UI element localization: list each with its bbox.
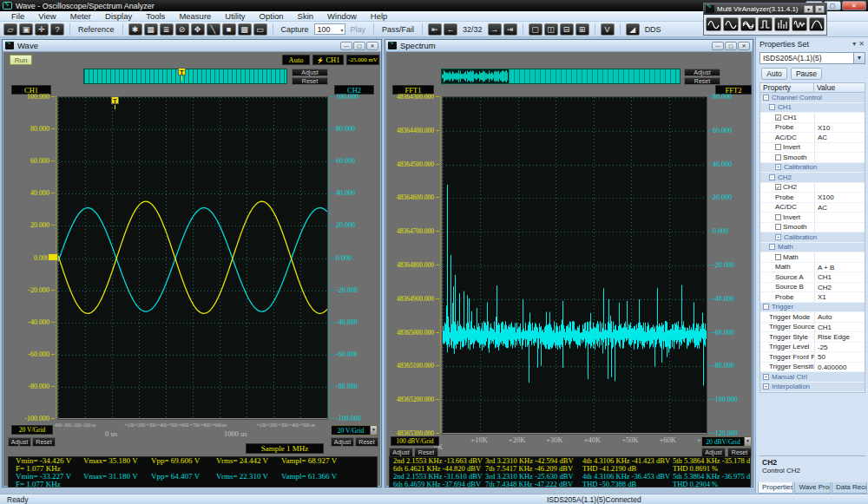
close-button[interactable]: ✕ bbox=[842, 1, 866, 10]
menu-measure[interactable]: Measure bbox=[173, 11, 217, 21]
property-value[interactable] bbox=[814, 143, 865, 153]
property-value[interactable]: -25 bbox=[814, 343, 865, 352]
grid-view-icon[interactable]: ▦ bbox=[144, 23, 158, 36]
property-value[interactable]: X1 bbox=[814, 292, 865, 302]
capture-count-input[interactable]: 100 bbox=[314, 23, 345, 35]
property-row-trigger-front-p-[interactable]: Trigger Front P...50 bbox=[760, 352, 865, 363]
cascade-icon[interactable]: ▢ bbox=[529, 23, 542, 36]
trigger-level-handle[interactable] bbox=[48, 253, 58, 261]
property-row-ch1[interactable]: -CH1 bbox=[760, 103, 865, 114]
erase-icon[interactable]: ⊘ bbox=[175, 23, 189, 36]
property-row-math[interactable]: -Math bbox=[760, 243, 865, 253]
square-wave-icon[interactable] bbox=[758, 17, 773, 31]
run-button[interactable]: Run bbox=[10, 55, 32, 65]
help-icon[interactable]: ? bbox=[50, 23, 64, 36]
next-icon[interactable]: → bbox=[488, 23, 502, 36]
menu-skin[interactable]: Skin bbox=[292, 11, 319, 21]
menu-view[interactable]: View bbox=[32, 11, 62, 21]
chevron-down-icon[interactable]: ▼ bbox=[853, 53, 865, 63]
property-row-trigger-sensiti-[interactable]: Trigger Sensiti...0.400000 bbox=[760, 363, 865, 373]
property-row-trigger-mode[interactable]: Trigger ModeAuto bbox=[760, 312, 865, 323]
sweep-sine-icon[interactable] bbox=[792, 17, 807, 31]
open-icon[interactable]: ▱ bbox=[3, 23, 17, 36]
property-row-smooth[interactable]: Smooth bbox=[760, 223, 865, 233]
ch1-volts-per-grid[interactable]: 20 V/Grid bbox=[11, 425, 53, 435]
dds-button[interactable]: DDS bbox=[642, 25, 664, 34]
menu-meter[interactable]: Meter bbox=[64, 11, 97, 21]
arrange-icons-icon[interactable]: ⊞ bbox=[575, 23, 589, 36]
chevron-down-icon[interactable]: ▼ bbox=[370, 426, 377, 435]
spectrum-minimize-button[interactable]: — bbox=[712, 42, 724, 50]
checkbox[interactable] bbox=[775, 254, 781, 260]
property-row-manual-ctrl[interactable]: +Manual Ctrl bbox=[760, 372, 865, 383]
wave-minimize-button[interactable]: — bbox=[340, 42, 352, 50]
wave-hscrollbar[interactable]: T bbox=[83, 69, 287, 84]
property-value[interactable]: CH1 bbox=[814, 272, 865, 282]
property-value[interactable]: Rise Edge bbox=[814, 332, 865, 342]
property-column-header[interactable]: Property bbox=[760, 83, 814, 92]
tools-icon[interactable]: ✛ bbox=[35, 23, 49, 36]
checkbox[interactable]: ✓ bbox=[775, 184, 781, 190]
expand-collapse-icon[interactable]: - bbox=[763, 95, 769, 101]
property-value[interactable]: 50 bbox=[814, 352, 865, 362]
menu-option[interactable]: Option bbox=[253, 11, 290, 21]
property-value[interactable] bbox=[814, 113, 865, 122]
fft1-dbv-per-grid[interactable]: 100 dBV/Grid bbox=[391, 436, 439, 446]
wave-close-button[interactable]: ✕ bbox=[366, 42, 378, 50]
dual-sine-icon[interactable] bbox=[740, 17, 756, 31]
ch2-volts-per-grid-combo[interactable]: 20 V/Grid ▼ bbox=[331, 425, 378, 435]
wave-titlebar[interactable]: Wave — ▢ ✕ bbox=[3, 40, 381, 52]
trigger-source-badge[interactable]: ⚡ CH1 bbox=[312, 55, 344, 65]
property-row-calibration[interactable]: +Calibration bbox=[760, 163, 865, 173]
property-value[interactable] bbox=[814, 183, 865, 193]
property-row-probe[interactable]: ProbeX100 bbox=[760, 193, 865, 203]
property-value[interactable] bbox=[814, 213, 865, 222]
pulse-bars-icon[interactable] bbox=[774, 17, 790, 31]
ch2-adjust-button[interactable]: Adjust bbox=[331, 437, 354, 447]
checkbox[interactable] bbox=[775, 144, 781, 150]
property-row-interpolation[interactable]: +Interpolation bbox=[760, 383, 865, 393]
property-row-ch2[interactable]: ✓CH2 bbox=[760, 183, 865, 193]
menu-utility[interactable]: Utility bbox=[219, 11, 251, 21]
tile-vertical-icon[interactable]: ◫ bbox=[544, 23, 558, 36]
spectrum-top-reset-button[interactable]: Reset bbox=[684, 77, 720, 85]
pan-icon[interactable]: ✥ bbox=[191, 23, 205, 36]
property-row-trigger-level[interactable]: Trigger Level-25 bbox=[760, 343, 865, 353]
reference-button[interactable]: Reference bbox=[76, 25, 117, 34]
property-row-invert[interactable]: Invert bbox=[760, 143, 865, 154]
property-value[interactable]: CH1 bbox=[814, 323, 865, 332]
close-icon[interactable]: ✕ bbox=[858, 40, 865, 48]
checkbox[interactable]: ✓ bbox=[775, 115, 781, 121]
sine-squared-1-icon[interactable] bbox=[706, 17, 721, 31]
save-icon[interactable]: ▣ bbox=[19, 23, 33, 36]
property-row-trigger[interactable]: -Trigger bbox=[760, 303, 865, 313]
device-select[interactable]: ISDS205A(1.1)(5) ▼ bbox=[760, 52, 865, 64]
expand-collapse-icon[interactable]: - bbox=[769, 244, 775, 250]
expand-collapse-icon[interactable]: + bbox=[775, 234, 781, 240]
spectrum-top-adjust-button[interactable]: Adjust bbox=[684, 69, 720, 76]
property-row-ac-dc[interactable]: AC/DCAC bbox=[760, 203, 865, 213]
checkbox[interactable] bbox=[775, 154, 781, 160]
ch2-reset-button[interactable]: Reset bbox=[355, 437, 378, 447]
property-row-source-a[interactable]: Source ACH1 bbox=[760, 272, 865, 283]
trigger-mode-badge[interactable]: Auto bbox=[282, 55, 310, 65]
wave-top-reset-button[interactable]: Reset bbox=[292, 77, 328, 85]
expand-collapse-icon[interactable]: + bbox=[775, 164, 781, 170]
property-row-ch1[interactable]: ✓CH1 bbox=[760, 113, 865, 123]
property-value[interactable] bbox=[814, 252, 865, 262]
wave-top-adjust-button[interactable]: Adjust bbox=[292, 69, 328, 76]
property-value[interactable] bbox=[814, 153, 865, 162]
wave-maximize-button[interactable]: ▢ bbox=[353, 42, 365, 50]
property-value[interactable]: X100 bbox=[814, 193, 865, 202]
property-row-invert[interactable]: Invert bbox=[760, 213, 865, 223]
panel-tab-wave-proc-[interactable]: Wave Proc... bbox=[794, 482, 831, 494]
property-value[interactable]: AC bbox=[814, 133, 865, 142]
viranalyzer-close-button[interactable]: ✕ bbox=[815, 5, 825, 13]
checkbox[interactable] bbox=[775, 214, 781, 220]
play-button[interactable]: Play bbox=[348, 25, 369, 34]
property-row-probe[interactable]: ProbeX1 bbox=[760, 292, 865, 303]
property-row-source-b[interactable]: Source BCH2 bbox=[760, 283, 865, 293]
pin-icon[interactable]: ▾ bbox=[852, 40, 856, 48]
spectrum-hscrollbar[interactable] bbox=[441, 69, 681, 84]
prev-icon[interactable]: ← bbox=[444, 23, 457, 36]
